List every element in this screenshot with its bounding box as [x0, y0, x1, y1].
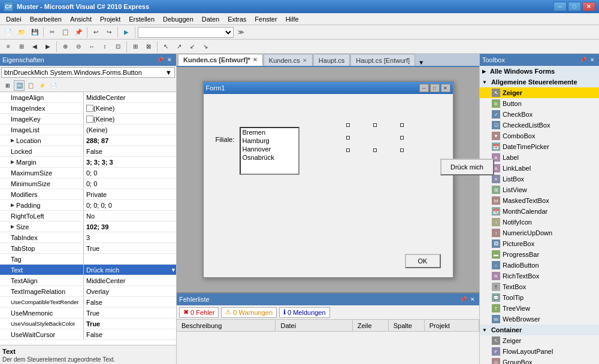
form-minimize-btn[interactable]: ─: [419, 84, 429, 92]
toolbox-cat-alle[interactable]: Alle Windows Forms: [480, 66, 599, 77]
handle-top-right[interactable]: [400, 123, 404, 127]
prop-page-button[interactable]: 📄: [48, 80, 59, 91]
tb2-btn12[interactable]: ↖: [160, 41, 172, 53]
col-projekt[interactable]: Projekt: [425, 320, 479, 331]
prop-row-location[interactable]: Location 288; 87: [0, 135, 176, 146]
toolbox-item-zeiger[interactable]: ↖ Zeiger: [480, 87, 599, 98]
toolbox-pin-button[interactable]: 📌: [579, 56, 587, 64]
prop-row-text[interactable]: Text Drück mich ▼: [0, 265, 176, 275]
prop-row-imagelist[interactable]: ImageList (Keine): [0, 125, 176, 135]
menu-daten[interactable]: Daten: [198, 14, 223, 24]
toolbox-item-progressbar[interactable]: ▬ ProgressBar: [480, 249, 599, 260]
tb2-btn9[interactable]: ⊡: [112, 41, 124, 53]
prop-row-tabindex[interactable]: TabIndex 3: [0, 232, 176, 243]
redo-button[interactable]: ↪: [103, 26, 115, 38]
prop-row-usemnemonic[interactable]: UseMnemonic True: [0, 308, 176, 318]
maximize-button[interactable]: □: [568, 2, 581, 11]
ok-button[interactable]: OK: [405, 254, 441, 268]
prop-row-minimumsize[interactable]: MinimumSize 0; 0: [0, 178, 176, 189]
prop-cat-button[interactable]: ⊞: [2, 80, 13, 91]
toolbox-item-linklabel[interactable]: A LinkLabel: [480, 163, 599, 174]
toolbox-item-combobox[interactable]: ▼ ComboBox: [480, 131, 599, 141]
error-count-badge[interactable]: ✖ 0 Fehler: [179, 307, 219, 318]
tab-kunden[interactable]: Kunden.cs ✕: [264, 54, 313, 66]
toolbox-item-maskedtextbox[interactable]: M MaskedTextBox: [480, 195, 599, 206]
paste-button[interactable]: 📌: [72, 26, 84, 38]
tab-haupt-entwurf[interactable]: Haupt.cs [Entwurf]: [350, 54, 415, 66]
prop-row-size[interactable]: Size 102; 39: [0, 222, 176, 232]
tb2-btn14[interactable]: ↙: [186, 41, 198, 53]
undo-button[interactable]: ↩: [90, 26, 102, 38]
warning-count-badge[interactable]: ⚠ 0 Warnungen: [221, 307, 277, 318]
component-selector[interactable]: btnDrueckMich System.Windows.Forms.Butto…: [1, 67, 175, 78]
tb2-btn4[interactable]: ▶: [42, 41, 54, 53]
toolbox-item-container-zeiger[interactable]: ↖ Zeiger: [480, 335, 599, 346]
listbox[interactable]: Bremen Hamburg Hannover Osnabrück: [240, 127, 300, 175]
open-button[interactable]: 📁: [16, 26, 28, 38]
tb2-btn15[interactable]: ↘: [199, 41, 211, 53]
form-close-btn[interactable]: ✕: [441, 84, 450, 92]
menu-datei[interactable]: Datei: [2, 14, 25, 24]
toolbox-cat-allgemeine[interactable]: Allgemeine Steuerelemente: [480, 77, 599, 87]
prop-event-button[interactable]: ⚡: [37, 80, 47, 91]
toolbox-item-groupbox[interactable]: G GroupBox: [480, 357, 599, 364]
col-spalte[interactable]: Spalte: [389, 320, 425, 331]
toolbox-item-datetimepicker[interactable]: 📅 DateTimePicker: [480, 141, 599, 152]
prop-row-tag[interactable]: Tag: [0, 254, 176, 265]
tb2-btn11[interactable]: ⊠: [143, 41, 155, 53]
prop-prop-button[interactable]: 📋: [25, 80, 36, 91]
handle-mid-right[interactable]: [400, 136, 404, 139]
col-zeile[interactable]: Zeile: [353, 320, 389, 331]
prop-row-usecompatible[interactable]: UseCompatibleTextRender False: [0, 297, 176, 308]
config-dropdown[interactable]: [138, 27, 234, 38]
prop-row-usewaitcursor[interactable]: UseWaitCursor False: [0, 329, 176, 340]
more-button[interactable]: ≫: [235, 26, 247, 38]
prop-row-righttoleft[interactable]: RightToLeft No: [0, 211, 176, 222]
toolbox-item-listview[interactable]: ⊞ ListView: [480, 184, 599, 195]
toolbox-close-button[interactable]: ✕: [588, 56, 597, 64]
button-druckmich[interactable]: Drück mich: [440, 159, 494, 175]
prop-pin-button[interactable]: 📌: [156, 56, 164, 64]
prop-row-maximumsize[interactable]: MaximumSize 0; 0: [0, 168, 176, 178]
tab-close-1[interactable]: ✕: [302, 57, 307, 63]
form-maximize-btn[interactable]: □: [430, 84, 440, 92]
menu-hilfe[interactable]: Hilfe: [282, 14, 302, 24]
handle-mid-left[interactable]: [346, 136, 350, 139]
col-beschreibung[interactable]: Beschreibung: [177, 320, 276, 331]
listbox-item-hannover[interactable]: Hannover: [241, 145, 298, 153]
prop-row-imageindex[interactable]: ImageIndex (Keine): [0, 103, 176, 114]
handle-bot-right[interactable]: [400, 148, 404, 152]
info-count-badge[interactable]: ℹ 0 Meldungen: [279, 307, 330, 318]
toolbox-item-radiobutton[interactable]: ○ RadioButton: [480, 260, 599, 271]
menu-bearbeiten[interactable]: Bearbeiten: [26, 14, 65, 24]
menu-extras[interactable]: Extras: [224, 14, 250, 24]
copy-button[interactable]: 📋: [59, 26, 71, 38]
menu-debuggen[interactable]: Debuggen: [159, 14, 197, 24]
tb2-btn10[interactable]: ⊞: [129, 41, 141, 53]
toolbox-item-textbox[interactable]: T TextBox: [480, 281, 599, 292]
prop-alpha-button[interactable]: 🔤: [14, 80, 25, 91]
toolbox-item-flowlayoutpanel[interactable]: F FlowLayoutPanel: [480, 346, 599, 357]
listbox-item-hamburg[interactable]: Hamburg: [241, 136, 298, 145]
prop-row-imagealign[interactable]: ImageAlign MiddleCenter: [0, 92, 176, 103]
tb2-btn5[interactable]: ⊕: [59, 41, 71, 53]
toolbox-item-monthcalendar[interactable]: 📆 MonthCalendar: [480, 206, 599, 217]
tab-close-0[interactable]: ✕: [253, 57, 258, 63]
handle-top-center[interactable]: [373, 123, 377, 127]
prop-row-margin[interactable]: Margin 3; 3; 3; 3: [0, 157, 176, 168]
save-button[interactable]: 💾: [29, 26, 41, 38]
toolbox-item-webbrowser[interactable]: W WebBrowser: [480, 314, 599, 324]
prop-row-imagekey[interactable]: ImageKey (Keine): [0, 114, 176, 125]
toolbox-item-listbox[interactable]: ≡ ListBox: [480, 174, 599, 184]
handle-bot-center[interactable]: [373, 148, 377, 152]
tab-scroll-arrow[interactable]: ▼: [416, 59, 426, 66]
prop-row-usevisualstyle[interactable]: UseVisualStyleBackColor True: [0, 318, 176, 329]
toolbox-item-richtextbox[interactable]: R RichTextBox: [480, 271, 599, 281]
toolbox-item-checkbox[interactable]: ✓ CheckBox: [480, 109, 599, 120]
toolbox-item-picturebox[interactable]: 🖼 PictureBox: [480, 238, 599, 249]
handle-top-left[interactable]: [346, 123, 350, 127]
tb2-btn3[interactable]: ◀: [29, 41, 41, 53]
menu-ansicht[interactable]: Ansicht: [66, 14, 95, 24]
prop-row-padding[interactable]: Padding 0; 0; 0; 0: [0, 200, 176, 211]
toolbox-item-notifyicon[interactable]: ! NotifyIcon: [480, 217, 599, 228]
